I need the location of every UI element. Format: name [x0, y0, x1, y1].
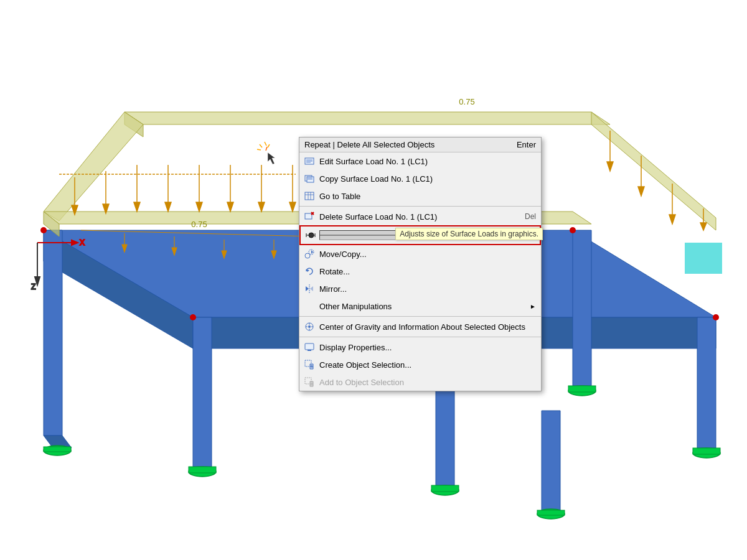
- menu-item-rotate-label: Rotate...: [319, 267, 536, 276]
- copy-surface-load-icon: [303, 172, 316, 185]
- svg-rect-10: [189, 467, 216, 473]
- menu-item-display-properties[interactable]: Display Properties...: [299, 338, 541, 356]
- menu-item-move-copy-label: Move/Copy...: [319, 250, 536, 259]
- svg-rect-95: [305, 192, 314, 200]
- menu-item-copy-surface-load[interactable]: Copy Surface Load No. 1 (LC1): [299, 170, 541, 187]
- menu-item-move-copy[interactable]: Move/Copy...: [299, 245, 541, 263]
- menu-item-edit-surface-load[interactable]: Edit Surface Load No. 1 (LC1): [299, 152, 541, 170]
- svg-marker-11: [573, 230, 591, 386]
- svg-point-107: [305, 253, 310, 258]
- separator-1: [299, 206, 541, 207]
- svg-marker-4: [44, 230, 62, 436]
- menu-item-repeat-delete[interactable]: Repeat | Delete All Selected Objects Ent…: [299, 138, 541, 152]
- go-to-table-icon: [303, 190, 316, 202]
- slider-thumb: [434, 231, 440, 240]
- other-manipulations-icon: [303, 300, 316, 312]
- slider-icon: [304, 229, 317, 241]
- svg-rect-121: [306, 344, 313, 349]
- menu-item-other-manipulations-label: Other Manipulations: [319, 302, 525, 311]
- menu-item-delete-surface-load-shortcut: Del: [525, 212, 536, 221]
- svg-point-73: [570, 227, 576, 233]
- menu-item-add-to-object-selection[interactable]: Add to Object Selection: [299, 373, 541, 391]
- svg-rect-16: [693, 448, 720, 454]
- menu-item-mirror-label: Mirror...: [319, 284, 536, 294]
- slider-row[interactable]: Adjusts size of Surface Loads in graphic…: [299, 225, 541, 245]
- svg-marker-14: [697, 317, 716, 448]
- svg-line-83: [257, 149, 261, 150]
- menu-item-edit-surface-load-label: Edit Surface Load No. 1 (LC1): [319, 157, 536, 166]
- rotate-icon: [303, 265, 316, 278]
- dimension-label-mid: 0.75: [191, 220, 207, 229]
- size-slider[interactable]: [319, 230, 533, 240]
- svg-rect-100: [306, 214, 311, 218]
- axis-z-label: Z: [31, 282, 35, 291]
- add-to-object-selection-icon: [303, 376, 316, 388]
- svg-rect-13: [568, 386, 596, 392]
- menu-item-rotate[interactable]: Rotate...: [299, 263, 541, 280]
- edit-surface-load-icon: [303, 155, 316, 167]
- context-menu: Repeat | Delete All Selected Objects Ent…: [299, 137, 542, 391]
- svg-marker-112: [306, 286, 309, 291]
- axis-x-label: X: [80, 238, 85, 247]
- svg-point-74: [713, 314, 719, 320]
- svg-rect-92: [307, 177, 314, 182]
- svg-point-115: [308, 325, 311, 328]
- dimension-label-top: 0.75: [459, 97, 474, 106]
- slider-track: [320, 235, 533, 236]
- svg-marker-8: [193, 317, 212, 467]
- menu-item-delete-surface-load[interactable]: Delete Surface Load No. 1 (LC1) Del: [299, 208, 541, 225]
- svg-marker-113: [310, 286, 313, 291]
- mirror-icon: [303, 282, 316, 295]
- svg-marker-17: [436, 386, 454, 485]
- svg-point-71: [40, 227, 47, 233]
- menu-item-center-gravity[interactable]: Center of Gravity and Information About …: [299, 318, 541, 335]
- menu-item-create-object-selection-label: Create Object Selection...: [319, 360, 536, 370]
- svg-marker-23: [125, 112, 610, 124]
- menu-item-copy-surface-load-label: Copy Surface Load No. 1 (LC1): [319, 174, 536, 184]
- svg-rect-19: [431, 485, 459, 492]
- menu-item-create-object-selection[interactable]: Create Object Selection...: [299, 356, 541, 373]
- other-manipulations-arrow: ►: [530, 303, 536, 310]
- menu-item-add-to-object-selection-label: Add to Object Selection: [319, 378, 536, 387]
- menu-item-other-manipulations[interactable]: Other Manipulations ►: [299, 297, 541, 315]
- move-copy-icon: [303, 248, 316, 260]
- menu-item-mirror[interactable]: Mirror...: [299, 280, 541, 297]
- svg-rect-22: [537, 510, 565, 515]
- menu-item-go-to-table-label: Go to Table: [319, 192, 536, 201]
- svg-point-106: [309, 233, 314, 238]
- menu-item-repeat-delete-shortcut: Enter: [517, 140, 536, 149]
- separator-3: [299, 337, 541, 337]
- menu-item-delete-surface-load-label: Delete Surface Load No. 1 (LC1): [319, 212, 512, 222]
- svg-rect-7: [44, 447, 71, 452]
- center-gravity-icon: [303, 320, 316, 333]
- menu-item-go-to-table[interactable]: Go to Table: [299, 187, 541, 205]
- create-object-selection-icon: [303, 358, 316, 371]
- svg-marker-79: [685, 243, 722, 274]
- menu-item-center-gravity-label: Center of Gravity and Information About …: [319, 322, 536, 332]
- display-properties-icon: [303, 341, 316, 353]
- separator-2: [299, 316, 541, 317]
- delete-surface-load-icon: [303, 210, 316, 223]
- menu-item-repeat-delete-label: Repeat | Delete All Selected Objects: [304, 140, 435, 149]
- svg-marker-109: [311, 250, 313, 254]
- svg-marker-20: [542, 411, 560, 510]
- menu-item-display-properties-label: Display Properties...: [319, 343, 536, 352]
- svg-point-72: [190, 314, 196, 320]
